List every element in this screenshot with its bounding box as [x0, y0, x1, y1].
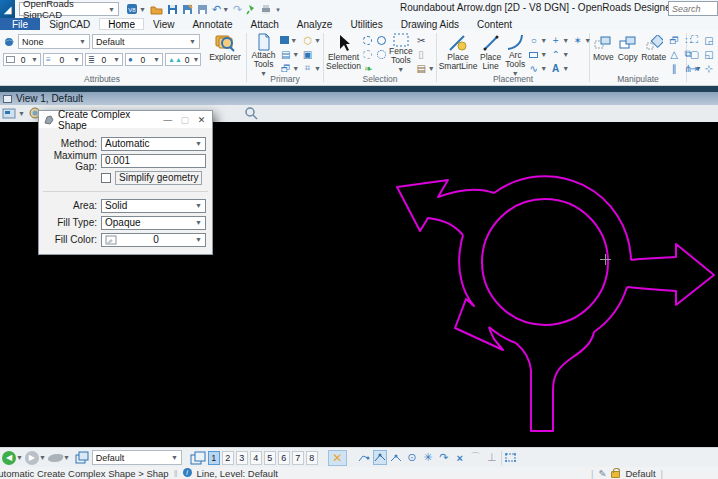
- file-format-button[interactable]: V8▼: [126, 3, 146, 15]
- place-stream-button[interactable]: ∿▼: [527, 61, 548, 75]
- model-combobox[interactable]: Default▼: [92, 450, 182, 465]
- print-button[interactable]: [260, 4, 272, 15]
- template-combobox[interactable]: None▼: [18, 34, 90, 49]
- minimize-button[interactable]: —: [161, 115, 174, 125]
- zoom-tool-button[interactable]: [244, 107, 258, 120]
- place-smartline-button[interactable]: Place SmartLine: [438, 32, 478, 73]
- select-line-button[interactable]: [362, 47, 375, 61]
- view-toggle-7[interactable]: 7: [292, 451, 304, 465]
- place-line-button[interactable]: Place Line: [478, 32, 503, 73]
- fillet-tool-button[interactable]: ◲: [703, 33, 717, 47]
- modify-tool-button[interactable]: ⛶: [688, 33, 702, 47]
- fence-tools-button[interactable]: Fence Tools▼: [387, 32, 415, 73]
- simplify-label[interactable]: Simplify geometry: [115, 171, 202, 185]
- snap-tangent-button[interactable]: ⌒: [469, 450, 483, 465]
- attach-tools-button[interactable]: Attach Tools▼: [248, 32, 279, 73]
- view-attributes-button[interactable]: ▼: [2, 107, 25, 120]
- snap-intersection-button[interactable]: ×: [453, 450, 467, 465]
- save-settings-button[interactable]: [197, 4, 208, 15]
- tab-content[interactable]: Content: [468, 18, 521, 30]
- transparency-combobox[interactable]: ●0▼: [125, 53, 163, 66]
- tab-home[interactable]: Home: [99, 18, 144, 30]
- raster-manager-button[interactable]: ▼: [279, 33, 300, 47]
- tab-view[interactable]: View: [144, 18, 184, 30]
- workspace-combobox[interactable]: OpenRoads SignCAD ▼: [19, 2, 119, 16]
- paste-button[interactable]: ▤▼: [415, 61, 436, 75]
- open-button[interactable]: [150, 4, 163, 15]
- explorer-button[interactable]: Explorer: [205, 32, 245, 63]
- media-button[interactable]: ▣: [301, 47, 322, 61]
- models-button[interactable]: ▤▼: [279, 47, 300, 61]
- view-title-bar[interactable]: View 1, Default: [0, 92, 718, 105]
- snap-perpendicular-button[interactable]: ⊥: [485, 450, 499, 465]
- tab-annotate[interactable]: Annotate: [183, 18, 241, 30]
- move-button[interactable]: Move: [591, 32, 616, 73]
- level-combobox[interactable]: Default▼: [92, 34, 200, 49]
- cut-button[interactable]: ✂: [415, 33, 436, 47]
- tab-file[interactable]: File: [0, 18, 40, 30]
- extend-tool-button[interactable]: ⇥: [688, 61, 702, 75]
- insert-vertex-button[interactable]: ⊹: [703, 61, 717, 75]
- view-previous-button[interactable]: ◀▼: [2, 451, 23, 465]
- fill-type-combobox[interactable]: Opaque▼: [101, 216, 206, 230]
- select-block-button[interactable]: ❧: [362, 61, 375, 75]
- active-level-status[interactable]: Default: [625, 468, 655, 479]
- tab-attach[interactable]: Attach: [242, 18, 288, 30]
- cube-button[interactable]: ⬡▼: [301, 33, 322, 47]
- pen-icon[interactable]: ✎: [598, 468, 606, 479]
- copy-button[interactable]: Copy: [616, 32, 640, 73]
- active-color-combobox[interactable]: 0▼: [3, 53, 41, 66]
- mirror-button[interactable]: 🗗: [668, 33, 681, 47]
- view-toggle-6[interactable]: 6: [278, 451, 290, 465]
- place-cell-button[interactable]: ✶▼: [571, 33, 592, 47]
- redo-button[interactable]: ↷: [233, 3, 242, 16]
- place-point-button[interactable]: +▼: [549, 33, 570, 47]
- references-button[interactable]: 🗗▼: [279, 61, 300, 75]
- view-next-button[interactable]: ▶▼: [25, 451, 46, 465]
- dialog-title-bar[interactable]: Create Complex Shape — ▢ ✕: [39, 111, 212, 128]
- lock-icon[interactable]: [611, 471, 620, 478]
- view-groups-icon[interactable]: [190, 451, 206, 465]
- place-text-button[interactable]: A▼: [549, 61, 570, 75]
- delete-tool-button[interactable]: ▢: [688, 47, 702, 61]
- priority-combobox[interactable]: ▲▲0▼: [165, 53, 201, 66]
- view-toggle-2[interactable]: 2: [222, 451, 234, 465]
- tab-analyze[interactable]: Analyze: [288, 18, 342, 30]
- arc-tools-button[interactable]: Arc Tools▼: [503, 32, 527, 73]
- max-gap-input[interactable]: 0.001: [101, 154, 206, 168]
- tab-signcad[interactable]: SignCAD: [40, 18, 99, 30]
- view-toggle-3[interactable]: 3: [236, 451, 248, 465]
- view-toggle-1[interactable]: 1: [208, 451, 220, 465]
- close-button[interactable]: ✕: [195, 115, 208, 125]
- maximize-button[interactable]: ▢: [178, 115, 191, 125]
- area-combobox[interactable]: Solid▼: [101, 199, 206, 213]
- copy-clipboard-button[interactable]: ▯: [415, 47, 436, 61]
- break-button[interactable]: ∥: [668, 61, 681, 75]
- snap-nearest-button[interactable]: [357, 450, 371, 465]
- trim-button[interactable]: △: [668, 47, 681, 61]
- save-button[interactable]: [167, 4, 178, 15]
- place-multiline-button[interactable]: ⌃▼: [549, 47, 570, 61]
- simplify-checkbox[interactable]: [101, 173, 111, 183]
- element-selection-button[interactable]: Element Selection: [325, 32, 362, 73]
- search-input[interactable]: [668, 1, 718, 16]
- snap-keypoint-button[interactable]: [373, 450, 387, 465]
- line-style-combobox[interactable]: ≡0▼: [43, 53, 83, 66]
- select-lock-button[interactable]: [376, 33, 387, 47]
- select-circle-button[interactable]: [362, 33, 375, 47]
- method-combobox[interactable]: Automatic▼: [101, 137, 206, 151]
- selection-set-button[interactable]: [504, 450, 518, 465]
- view-history-button[interactable]: ▼: [48, 454, 70, 462]
- save-as-button[interactable]: [182, 4, 193, 15]
- info-icon[interactable]: i: [183, 468, 192, 477]
- snap-center-button[interactable]: ⊙: [405, 450, 419, 465]
- pin-button[interactable]: [246, 4, 256, 15]
- grid-button[interactable]: ⌗▼: [301, 61, 322, 75]
- select-touch-button[interactable]: [376, 47, 387, 61]
- chamfer-tool-button[interactable]: ◱: [703, 47, 717, 61]
- place-circle-button[interactable]: ○▼: [527, 33, 548, 47]
- place-shape-button[interactable]: ▼: [527, 47, 548, 61]
- accudraw-toggle-button[interactable]: ✕: [328, 450, 347, 466]
- snap-origin-button[interactable]: ✳: [421, 450, 435, 465]
- snap-bisector-button[interactable]: ↷: [437, 450, 451, 465]
